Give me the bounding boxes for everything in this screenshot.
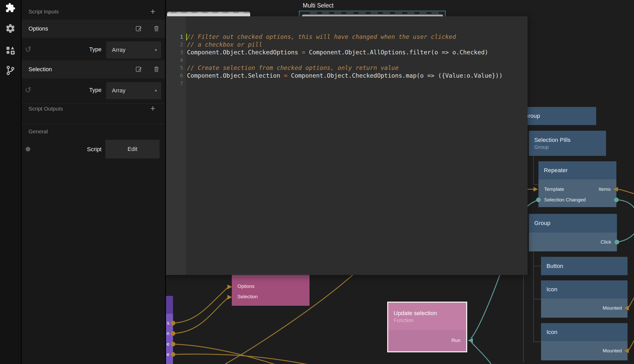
node-title: Selection Pills	[534, 137, 606, 143]
node-title: Update selection	[394, 310, 466, 317]
node-title: Repeater	[544, 167, 616, 174]
type-dropdown-value: Array	[112, 87, 126, 94]
gear-icon[interactable]	[5, 23, 16, 34]
version-control-icon[interactable]	[5, 65, 16, 76]
node-icon-1[interactable]: IconMounted	[541, 280, 628, 318]
port-n[interactable]: n	[167, 331, 169, 336]
edit-button-label: Edit	[128, 146, 138, 152]
icon-sidebar	[0, 0, 22, 364]
line-number: 2	[165, 41, 183, 48]
type-dropdown-options[interactable]: Array ▾	[106, 41, 161, 59]
reset-value-icon[interactable]: ↺	[25, 85, 31, 94]
line-number: 3	[165, 48, 183, 56]
divider	[22, 104, 165, 104]
code-line-7[interactable]: 7	[165, 79, 528, 87]
node-repeater[interactable]: RepeaterTemplateItemsSelection Changed	[538, 161, 616, 207]
rename-icon[interactable]	[135, 25, 142, 33]
components-icon[interactable]	[5, 45, 16, 55]
code-line-5[interactable]: 5// Create selection from checked option…	[165, 64, 528, 72]
code-line-2[interactable]: 2// a checkbox or pill	[165, 41, 528, 48]
type-dropdown-selection[interactable]: Array ▾	[106, 82, 161, 99]
port-selection-changed[interactable]: Selection Changed	[544, 197, 586, 203]
edit-script-button[interactable]: Edit	[105, 140, 160, 158]
code-line-1[interactable]: 1// Filter out checked options, this wil…	[165, 33, 528, 41]
line-number: 6	[165, 72, 183, 79]
add-script-output-button[interactable]: +	[150, 105, 155, 112]
script-label: Script	[67, 146, 102, 153]
chevron-down-icon: ▾	[155, 47, 157, 53]
port-s[interactable]: s	[167, 320, 170, 326]
node-subtitle: Function	[394, 317, 466, 323]
app-window: Multi Select GroupSelection PillsGroupRe…	[0, 0, 634, 364]
code-line-3[interactable]: 3Component.Object.CheckedOptions = Compo…	[165, 48, 528, 56]
node-selection-pills[interactable]: Selection PillsGroup	[529, 131, 606, 156]
section-title-general: General	[28, 128, 48, 135]
param-name-options: Options	[28, 25, 48, 32]
section-title-script-inputs: Script Inputs	[28, 9, 59, 15]
node-title: Button	[546, 263, 628, 270]
code-line-4[interactable]: 4	[165, 56, 528, 64]
properties-panel: Script Inputs + Options ↺ Type Array ▾ S…	[22, 0, 166, 364]
code-line-6[interactable]: 6Component.Object.Selection = Component.…	[165, 72, 528, 79]
line-number: 1	[165, 33, 183, 41]
node-port-band	[538, 179, 616, 207]
port-items[interactable]: Items	[599, 186, 611, 192]
port-click[interactable]: Click	[601, 239, 611, 245]
script-code-editor[interactable]: 1// Filter out checked options, this wil…	[165, 16, 528, 275]
port-mounted[interactable]: Mounted	[603, 348, 622, 354]
reset-value-icon[interactable]: ↺	[25, 45, 31, 54]
node-button[interactable]: Button	[541, 257, 628, 275]
node-port-band	[232, 278, 309, 306]
text-cursor	[186, 34, 187, 40]
node-update-selection[interactable]: Update selectionFunctionRun	[388, 303, 466, 351]
type-label: Type	[67, 87, 102, 93]
node-icon-2[interactable]: IconMounted	[541, 323, 628, 360]
section-title-script-outputs: Script Outputs	[28, 106, 63, 112]
port-selection[interactable]: Selection	[237, 294, 258, 300]
node-title: Icon	[546, 329, 628, 336]
add-script-input-button[interactable]: +	[150, 8, 155, 15]
script-port-dot[interactable]	[26, 147, 30, 151]
type-dropdown-value: Array	[112, 47, 126, 53]
port-options[interactable]: Options	[237, 283, 254, 289]
port-mounted[interactable]: Mounted	[603, 305, 622, 311]
line-number: 4	[165, 56, 183, 64]
preview-component-title: Multi Select	[303, 2, 334, 9]
node-title: Group	[524, 113, 596, 119]
puzzle-icon[interactable]	[5, 3, 16, 13]
line-number: 7	[165, 79, 183, 87]
line-number: 5	[165, 64, 183, 72]
divider	[22, 124, 165, 124]
param-name-selection: Selection	[28, 66, 52, 73]
chevron-down-icon: ▾	[155, 88, 157, 93]
node-title: Group	[534, 220, 617, 227]
node-subtitle: Group	[534, 144, 606, 150]
node-group-top[interactable]: Group	[518, 107, 596, 125]
delete-icon[interactable]	[153, 25, 160, 33]
rename-icon[interactable]	[135, 65, 142, 74]
delete-icon[interactable]	[153, 65, 160, 74]
port-template[interactable]: Template	[544, 186, 564, 192]
node-title: Icon	[546, 286, 628, 293]
port-e[interactable]: e	[167, 352, 169, 357]
port-e[interactable]: e	[167, 341, 169, 347]
type-label: Type	[67, 46, 102, 53]
port-run[interactable]: Run	[451, 338, 460, 343]
node-group-2[interactable]: GroupClick	[529, 214, 617, 251]
